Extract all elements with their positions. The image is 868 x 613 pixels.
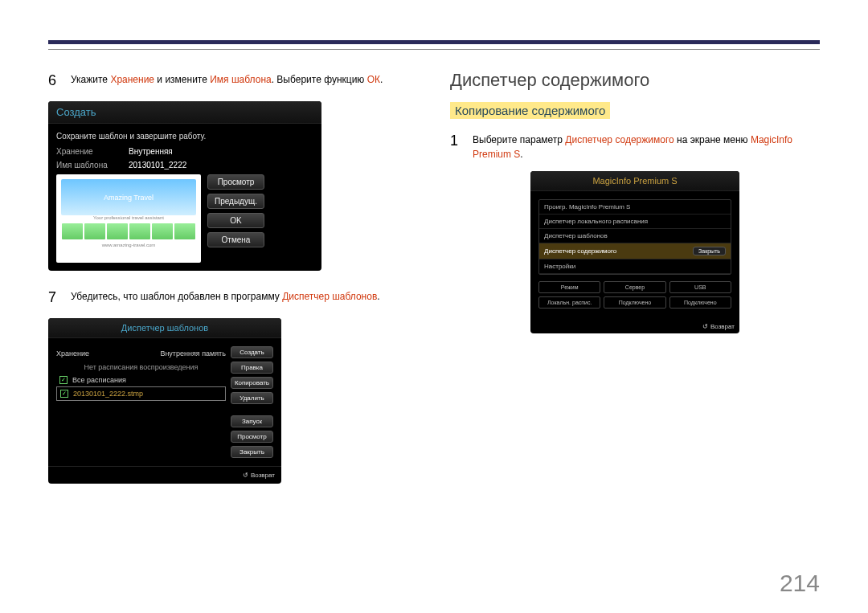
step-text: Укажите Хранение и измените Имя шаблона.… <box>71 70 383 92</box>
panel-footer: Возврат <box>48 466 281 484</box>
save-message: Сохраните шаблон и завершите работу. <box>56 132 313 141</box>
highlight: ОК <box>367 74 380 85</box>
text: Выберите параметр <box>473 134 565 145</box>
item-label: Диспетчер содержимого <box>544 247 616 255</box>
step-1: 1 Выберите параметр Диспетчер содержимог… <box>450 130 820 161</box>
return-label[interactable]: Возврат <box>251 472 275 479</box>
empty-schedule: Нет расписания воспроизведения <box>56 361 226 374</box>
text: . <box>380 74 383 85</box>
edit-button[interactable]: Правка <box>231 362 273 374</box>
list-header: Хранение Внутренняя память <box>56 346 226 361</box>
panel-title: Создать <box>48 101 321 124</box>
list-item-all[interactable]: ✓ Все расписания <box>56 374 226 386</box>
return-label[interactable]: Возврат <box>710 323 735 330</box>
menu-item[interactable]: Диспетчер локального расписания <box>539 215 731 229</box>
highlight: Диспетчер содержимого <box>565 134 674 145</box>
section-subtitle: Копирование содержимого <box>450 102 610 119</box>
row-name: Имя шаблона 20130101_2222 <box>56 161 313 170</box>
screenshot-template-manager: Диспетчер шаблонов Хранение Внутренняя п… <box>48 318 281 484</box>
step-7: 7 Убедитесь, что шаблон добавлен в прогр… <box>48 287 418 309</box>
thumb-url: www.amazing-travel.com <box>102 243 156 247</box>
checkbox-icon: ✓ <box>59 376 68 384</box>
step-number: 7 <box>48 287 61 309</box>
item-label: Все расписания <box>72 376 126 384</box>
grid-cell: Сервер <box>604 281 665 293</box>
header-rule-thick <box>48 40 820 44</box>
item-label: 20130101_2222.stmp <box>73 390 143 398</box>
grid-cell: Локальн. распис. <box>538 296 600 309</box>
panel-footer: Возврат <box>530 320 739 333</box>
thumb-title: Amazing Travel <box>104 194 154 202</box>
text: и измените <box>154 74 210 85</box>
list-item-file[interactable]: ✓ 20130101_2222.stmp <box>56 386 226 401</box>
screenshot-magicinfo-menu: MagicInfo Premium S Проигр. MagicInfo Pr… <box>530 171 739 333</box>
section-title: Диспетчер содержимого <box>450 70 820 91</box>
close-button[interactable]: Закрыть <box>693 247 726 255</box>
return-icon <box>243 472 251 479</box>
text: . Выберите функцию <box>272 74 367 85</box>
copy-button[interactable]: Копировать <box>231 377 273 389</box>
header-right: Внутренняя память <box>160 349 226 358</box>
text: Убедитесь, что шаблон добавлен в програм… <box>71 291 282 302</box>
menu-item[interactable]: Проигр. MagicInfo Premium S <box>539 200 731 215</box>
cancel-button[interactable]: Отмена <box>207 232 264 247</box>
right-column: Диспетчер содержимого Копирование содерж… <box>450 70 820 500</box>
panel-title: MagicInfo Premium S <box>530 171 739 191</box>
status-grid-header: Режим Сервер USB <box>538 281 731 293</box>
prev-button[interactable]: Предыдущ. <box>207 194 264 209</box>
value: 20130101_2222 <box>129 161 186 170</box>
delete-button[interactable]: Удалить <box>231 392 273 404</box>
highlight: Хранение <box>110 74 154 85</box>
text: Укажите <box>71 74 110 85</box>
header-rule-thin <box>48 49 820 50</box>
panel-title: Диспетчер шаблонов <box>48 318 281 338</box>
return-icon <box>702 323 710 330</box>
menu-list: Проигр. MagicInfo Premium S Диспетчер ло… <box>538 199 731 275</box>
panel-a-buttons: Просмотр Предыдущ. OK Отмена <box>207 174 264 263</box>
highlight: Имя шаблона <box>210 74 271 85</box>
menu-item-selected[interactable]: Диспетчер содержимого Закрыть <box>539 243 731 260</box>
ok-button[interactable]: OK <box>207 213 264 228</box>
page-number: 214 <box>780 570 820 597</box>
grid-cell: USB <box>669 281 731 293</box>
label: Хранение <box>56 147 113 156</box>
status-grid-values: Локальн. распис. Подключено Подключено <box>538 296 731 309</box>
grid-cell: Режим <box>538 281 600 293</box>
create-button[interactable]: Создать <box>231 346 273 358</box>
header-left: Хранение <box>56 349 89 358</box>
highlight: Диспетчер шаблонов <box>282 291 377 302</box>
thumb-hero: Amazing Travel <box>61 179 196 215</box>
step-number: 1 <box>450 130 463 161</box>
step-6: 6 Укажите Хранение и измените Имя шаблон… <box>48 70 418 92</box>
menu-item[interactable]: Настройки <box>539 260 731 274</box>
thumb-row <box>62 223 195 239</box>
preview-button[interactable]: Просмотр <box>207 174 264 190</box>
step-text: Выберите параметр Диспетчер содержимого … <box>473 130 820 161</box>
panel-b-buttons: Создать Правка Копировать Удалить Запуск… <box>231 346 273 458</box>
menu-item[interactable]: Диспетчер шаблонов <box>539 229 731 243</box>
thumb-subtitle: Your professional travel assistant <box>93 215 164 220</box>
label: Имя шаблона <box>56 161 113 170</box>
grid-cell: Подключено <box>669 296 731 309</box>
grid-cell: Подключено <box>604 296 665 309</box>
text: . <box>377 291 379 302</box>
preview-button[interactable]: Просмотр <box>231 431 273 443</box>
template-thumbnail: Amazing Travel Your professional travel … <box>56 174 201 263</box>
text: на экране меню <box>674 134 751 145</box>
step-number: 6 <box>48 70 61 92</box>
text: . <box>520 149 522 160</box>
screenshot-create: Создать Сохраните шаблон и завершите раб… <box>48 101 321 271</box>
step-text: Убедитесь, что шаблон добавлен в програм… <box>71 287 380 309</box>
left-column: 6 Укажите Хранение и измените Имя шаблон… <box>48 70 418 500</box>
row-storage: Хранение Внутренняя <box>56 147 313 156</box>
template-list: Хранение Внутренняя память Нет расписани… <box>56 346 226 458</box>
value: Внутренняя <box>129 147 173 156</box>
checkbox-icon: ✓ <box>60 390 68 398</box>
run-button[interactable]: Запуск <box>231 415 273 427</box>
close-button[interactable]: Закрыть <box>231 446 273 458</box>
